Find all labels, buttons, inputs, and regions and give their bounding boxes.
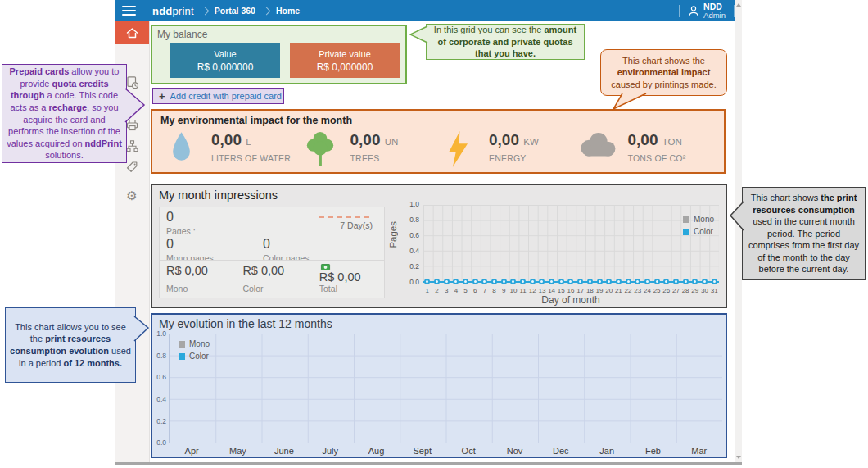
chart-legend: MonoColor xyxy=(683,215,714,236)
month-tick-label: Mar xyxy=(691,446,707,456)
value-card: Value R$ 0,000000 xyxy=(170,43,280,78)
legend-swatch xyxy=(179,353,185,360)
data-point-marker xyxy=(712,279,717,284)
day-tick-label: 29 xyxy=(691,287,698,294)
chart-y-ticks: 1.00.80.60.40.20.0 xyxy=(398,201,419,286)
day-tick-label: 16 xyxy=(567,287,575,294)
data-point-marker xyxy=(616,279,622,284)
legend-label: Mono xyxy=(694,215,714,224)
month-tick-label: May xyxy=(229,446,246,456)
trees-label: TREES xyxy=(350,153,399,163)
y-tick-label: 0.0 xyxy=(409,279,419,286)
metric-energy: 0,00 KW ENERGY xyxy=(438,131,577,167)
data-point-marker xyxy=(530,279,536,284)
evolution-section: My evolution in the last 12 months 1.00.… xyxy=(151,313,727,458)
y-tick-label: 0.4 xyxy=(156,396,166,403)
day-tick-label: 23 xyxy=(634,287,641,294)
plus-icon: + xyxy=(159,91,165,102)
environmental-section: My environmental impact for the month 0,… xyxy=(151,109,726,174)
callout-evolution-chart: This chart allows you to see the print r… xyxy=(5,307,136,383)
day-tick-label: 27 xyxy=(672,287,680,294)
private-value-card-amount: R$ 0,000000 xyxy=(317,61,373,73)
data-point-marker xyxy=(491,279,497,284)
day-tick-label: 25 xyxy=(653,287,661,294)
private-value-card-label: Private value xyxy=(319,49,371,59)
data-point-marker xyxy=(472,279,478,284)
day-tick-label: 20 xyxy=(605,287,613,294)
day-tick-label: 12 xyxy=(529,287,536,294)
pages-stat: 0 Pages : 7 Day(s) xyxy=(159,207,385,234)
tree-icon xyxy=(305,131,336,167)
water-unit: L xyxy=(246,137,251,147)
legend-item: Color xyxy=(179,352,210,361)
vertical-scrollbar[interactable] xyxy=(735,0,742,462)
breadcrumb-portal360[interactable]: Portal 360 xyxy=(215,6,255,16)
month-tick-label: Apr xyxy=(185,446,199,456)
color-pages-value: 0 xyxy=(263,237,359,252)
days-dashed-line xyxy=(319,216,373,218)
window-bottom-edge xyxy=(115,462,742,465)
days-value: 7 Day(s) xyxy=(340,220,373,230)
month-tick-label: Aug xyxy=(368,446,385,456)
user-icon xyxy=(125,97,139,111)
callout-prepaid-cards: Prepaid cards allow you to provide quota… xyxy=(2,64,127,163)
scroll-up-icon[interactable] xyxy=(736,3,741,7)
day-tick-label: 9 xyxy=(502,287,505,294)
month-tick-label: Nov xyxy=(507,446,523,456)
private-value-card: Private value R$ 0,000000 xyxy=(290,43,400,78)
month-tick-label: July xyxy=(322,446,338,456)
month-tick-label: June xyxy=(274,446,294,456)
data-point-marker xyxy=(520,279,526,284)
day-tick-label: 2 xyxy=(435,287,438,294)
month-stats-panel: 0 Pages : 7 Day(s) 0 Mono pages 0 Color … xyxy=(159,207,385,298)
user-menu[interactable]: NDD Admin xyxy=(680,0,734,21)
top-bar: nddprint Portal 360 Home NDD Admin xyxy=(115,0,735,21)
co2-label: TONS OF CO² xyxy=(628,153,686,163)
color-cost-label: Color xyxy=(242,284,319,293)
legend-item: Color xyxy=(683,227,714,236)
logo-light: print xyxy=(172,5,193,17)
month-tick-label: Jan xyxy=(599,446,614,456)
sidebar-item-settings[interactable]: ⚙ xyxy=(115,185,149,207)
y-tick-label: 0.6 xyxy=(409,232,419,239)
user-name: NDD xyxy=(703,2,726,11)
evolution-x-ticks: AprMayJuneJulyAugSeptOctNovDecJanFebMar xyxy=(169,446,722,456)
sidebar-item-home[interactable] xyxy=(115,21,149,44)
chart-data-points xyxy=(423,279,719,284)
data-point-marker xyxy=(692,279,698,284)
callout-month-chart: This chart shows the print resources con… xyxy=(742,187,866,280)
y-tick-label: 1.0 xyxy=(156,330,166,338)
legend-swatch xyxy=(683,216,689,223)
balance-section: My balance Value R$ 0,000000 Private val… xyxy=(151,25,407,84)
day-tick-label: 14 xyxy=(548,287,555,294)
hamburger-menu-button[interactable] xyxy=(115,0,142,21)
legend-swatch xyxy=(179,341,185,348)
chart-y-axis-label: Pages xyxy=(388,221,398,248)
scroll-down-icon[interactable] xyxy=(736,456,741,459)
value-card-label: Value xyxy=(214,49,236,59)
month-impressions-chart xyxy=(423,205,719,282)
month-impressions-title: My month impressions xyxy=(159,189,726,202)
co2-unit: TON xyxy=(662,137,682,147)
day-tick-label: 10 xyxy=(509,287,517,294)
day-tick-label: 8 xyxy=(492,287,495,294)
energy-value: 0,00 xyxy=(489,131,519,148)
data-point-marker xyxy=(463,279,468,284)
mono-cost-label: Mono xyxy=(166,284,242,293)
evolution-legend: MonoColor xyxy=(179,339,210,361)
y-tick-label: 0.2 xyxy=(156,418,166,425)
breadcrumb-chevron-icon xyxy=(201,7,209,15)
energy-label: ENERGY xyxy=(489,153,539,163)
printer-icon xyxy=(125,118,139,132)
data-point-marker xyxy=(702,279,708,284)
day-tick-label: 15 xyxy=(558,287,565,294)
data-point-marker xyxy=(577,279,583,284)
month-impressions-section: My month impressions 0 Pages : 7 Day(s) … xyxy=(151,184,727,308)
chart-x-ticks: 1234567891011121314151617181920212223242… xyxy=(423,287,719,294)
breadcrumb-home[interactable]: Home xyxy=(276,6,300,16)
add-credit-button[interactable]: + Add credit with prepaid card xyxy=(152,88,284,104)
evolution-chart xyxy=(169,334,722,443)
day-tick-label: 7 xyxy=(483,287,486,294)
y-tick-label: 0.6 xyxy=(156,374,166,381)
breadcrumb-chevron-icon xyxy=(262,7,270,15)
